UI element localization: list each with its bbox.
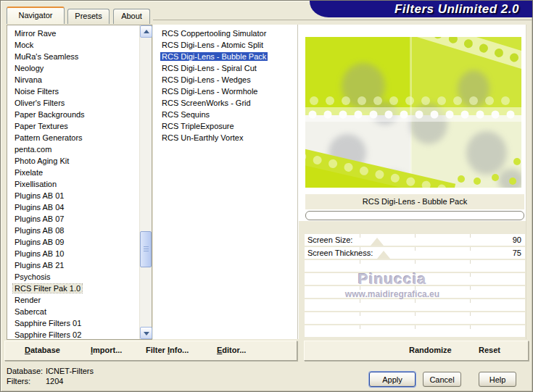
category-item[interactable]: Pixellisation — [15, 178, 152, 190]
filters-count-label: Filters: — [7, 377, 30, 385]
toolbar-left: Database Import... Filter Info... Editor… — [4, 341, 297, 361]
editor-button[interactable]: Editor... — [217, 346, 246, 354]
category-item[interactable]: Plugins AB 21 — [15, 259, 152, 271]
category-item[interactable]: penta.com — [15, 143, 152, 155]
cancel-button[interactable]: Cancel — [423, 372, 461, 387]
parameter-slider[interactable]: Screen Size:90 — [305, 234, 525, 246]
category-item[interactable]: Neology — [15, 62, 152, 74]
database-status-label: Database: — [7, 367, 43, 375]
category-item[interactable]: Psychosis — [15, 271, 152, 283]
randomize-button[interactable]: Randomize — [409, 346, 452, 354]
database-button[interactable]: Database — [25, 346, 60, 354]
filter-preview-image — [305, 37, 521, 188]
filter-info-button[interactable]: Filter Info... — [146, 346, 189, 354]
category-item[interactable]: Photo Aging Kit — [15, 155, 152, 167]
tab-presets[interactable]: Presets — [67, 9, 110, 24]
filter-item[interactable]: RCS ScreenWorks - Grid — [162, 97, 297, 109]
filter-item[interactable]: RCS Digi-Lens - Wedges — [162, 74, 297, 86]
parameter-slider[interactable]: Screen Thickness:75 — [305, 247, 525, 259]
slider-value: 75 — [513, 247, 521, 259]
category-item[interactable]: Plugins AB 08 — [15, 225, 152, 236]
filters-count-value: 1204 — [46, 377, 63, 385]
parameter-row-empty — [305, 286, 525, 298]
filter-list[interactable]: RCS Coppertooling SimulatorRCS Digi-Lens… — [156, 25, 297, 339]
tab-about[interactable]: About — [113, 9, 150, 24]
panel-divider — [297, 25, 298, 339]
category-item[interactable]: Render — [15, 294, 152, 306]
category-item[interactable]: Plugins AB 01 — [15, 190, 152, 201]
category-item[interactable]: Plugins AB 07 — [15, 213, 152, 225]
database-status-value: ICNET-Filters — [46, 367, 94, 375]
progress-bar — [305, 211, 524, 220]
category-item[interactable]: Mirror Rave — [15, 28, 152, 39]
filter-item[interactable]: RCS TripleExposure — [162, 120, 297, 132]
category-item[interactable]: Pixelate — [15, 167, 152, 178]
scroll-down-button[interactable] — [140, 327, 152, 339]
category-item[interactable]: Sapphire Filters 02 — [15, 329, 152, 340]
arrow-down-icon — [144, 332, 149, 335]
title-banner: Filters Unlimited 2.0 — [310, 1, 533, 17]
category-item[interactable]: Plugins AB 10 — [15, 248, 152, 259]
filter-item[interactable]: RCS Digi-Lens - Spiral Cut — [162, 62, 297, 74]
apply-button[interactable]: Apply — [369, 372, 416, 387]
banner-divider-line — [153, 20, 532, 20]
category-item[interactable]: Sabercat — [15, 306, 152, 317]
category-item[interactable]: Nirvana — [15, 74, 152, 86]
slider-label: Screen Size: — [307, 234, 352, 246]
category-item[interactable]: Paper Backgrounds — [15, 109, 152, 120]
category-list[interactable]: Mirror RaveMockMuRa's SeamlessNeologyNir… — [7, 25, 152, 340]
parameter-rows: Screen Size:90Screen Thickness:75 — [305, 234, 525, 338]
parameter-row-empty — [305, 260, 525, 272]
help-button[interactable]: Help — [479, 372, 516, 387]
right-scrollbar-track[interactable] — [526, 25, 532, 339]
category-item[interactable]: Oliver's Filters — [15, 97, 152, 109]
category-item[interactable]: Pattern Generators — [15, 132, 152, 143]
category-scrollbar[interactable] — [139, 25, 152, 339]
filter-item[interactable]: RCS Digi-Lens - Bubble Pack — [162, 51, 297, 62]
category-item[interactable]: Mock — [15, 39, 152, 51]
category-item[interactable]: Paper Textures — [15, 120, 152, 132]
selected-filter-title: RCS Digi-Lens - Bubble Pack — [305, 194, 524, 209]
filter-item[interactable]: RCS Digi-Lens - Atomic Split — [162, 39, 297, 51]
filter-item[interactable]: RCS Un-Earthly Vortex — [162, 132, 297, 143]
category-item[interactable]: Sapphire Filters 01 — [15, 317, 152, 329]
parameter-row-empty — [305, 325, 525, 337]
parameter-row-empty — [305, 299, 525, 311]
scrollbar-thumb[interactable] — [140, 231, 152, 267]
arrow-up-icon — [144, 30, 149, 33]
toolbar-right: Randomize Reset — [304, 341, 529, 361]
category-item[interactable]: Plugins AB 04 — [15, 201, 152, 213]
filter-item[interactable]: RCS Coppertooling Simulator — [162, 28, 297, 39]
category-item[interactable]: RCS Filter Pak 1.0 — [15, 283, 152, 294]
slider-value: 90 — [513, 234, 521, 246]
filter-item[interactable]: RCS Sequins — [162, 109, 297, 120]
filter-item[interactable]: RCS Digi-Lens - Wormhole — [162, 86, 297, 97]
category-item[interactable]: MuRa's Seamless — [15, 51, 152, 62]
category-item[interactable]: Plugins AB 09 — [15, 236, 152, 248]
thumb-grip-icon — [144, 246, 149, 252]
parameter-row-empty — [305, 273, 525, 285]
category-item[interactable]: Noise Filters — [15, 86, 152, 97]
slider-label: Screen Thickness: — [307, 247, 373, 259]
tab-navigator[interactable]: Navigator — [7, 7, 65, 24]
parameter-row-empty — [305, 312, 525, 324]
filters-unlimited-dialog: Filters Unlimited 2.0 Navigator Presets … — [0, 0, 533, 392]
import-button[interactable]: Import... — [91, 346, 122, 354]
app-title: Filters Unlimited 2.0 — [394, 2, 519, 17]
reset-button[interactable]: Reset — [479, 346, 500, 354]
scroll-up-button[interactable] — [140, 25, 152, 38]
